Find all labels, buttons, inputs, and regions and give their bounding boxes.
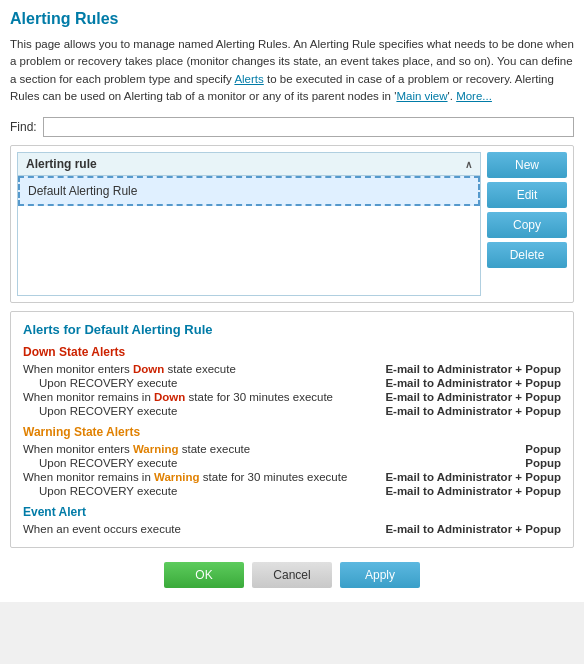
- warning-desc-4: Upon RECOVERY execute: [39, 485, 385, 497]
- delete-button[interactable]: Delete: [487, 242, 567, 268]
- down-desc-2: Upon RECOVERY execute: [39, 377, 385, 389]
- alerts-panel-title: Alerts for Default Alerting Rule: [23, 322, 561, 337]
- warning-action-4: E-mail to Administrator + Popup: [385, 485, 561, 497]
- alerts-link[interactable]: Alerts: [234, 73, 263, 85]
- apply-button[interactable]: Apply: [340, 562, 420, 588]
- description: This page allows you to manage named Ale…: [10, 36, 574, 105]
- down-state-title: Down State Alerts: [23, 345, 561, 359]
- main-view-link[interactable]: Main view: [396, 90, 447, 102]
- table-body: Default Alerting Rule: [17, 176, 481, 296]
- event-alert-title: Event Alert: [23, 505, 561, 519]
- warning-row-3: When monitor remains in Warning state fo…: [23, 471, 561, 483]
- down-row-4: Upon RECOVERY execute E-mail to Administ…: [23, 405, 561, 417]
- bottom-bar: OK Cancel Apply: [10, 556, 574, 592]
- page-container: Alerting Rules This page allows you to m…: [0, 0, 584, 602]
- alerts-panel: Alerts for Default Alerting Rule Down St…: [10, 311, 574, 548]
- down-row-1: When monitor enters Down state execute E…: [23, 363, 561, 375]
- warning-desc-3: When monitor remains in Warning state fo…: [23, 471, 385, 483]
- event-action-1: E-mail to Administrator + Popup: [385, 523, 561, 535]
- ok-button[interactable]: OK: [164, 562, 244, 588]
- table-row[interactable]: Default Alerting Rule: [18, 176, 480, 206]
- warning-action-3: E-mail to Administrator + Popup: [385, 471, 561, 483]
- warning-row-2: Upon RECOVERY execute Popup: [23, 457, 561, 469]
- new-button[interactable]: New: [487, 152, 567, 178]
- find-row: Find:: [10, 117, 574, 137]
- down-action-2: E-mail to Administrator + Popup: [385, 377, 561, 389]
- down-row-3: When monitor remains in Down state for 3…: [23, 391, 561, 403]
- down-desc-4: Upon RECOVERY execute: [39, 405, 385, 417]
- edit-button[interactable]: Edit: [487, 182, 567, 208]
- top-panel: Alerting rule ∧ Default Alerting Rule Ne…: [10, 145, 574, 303]
- desc-text-3: '.: [448, 90, 457, 102]
- more-link[interactable]: More...: [456, 90, 492, 102]
- warning-desc-1: When monitor enters Warning state execut…: [23, 443, 525, 455]
- find-input[interactable]: [43, 117, 574, 137]
- warning-state-title: Warning State Alerts: [23, 425, 561, 439]
- down-desc-3: When monitor remains in Down state for 3…: [23, 391, 385, 403]
- cancel-button[interactable]: Cancel: [252, 562, 332, 588]
- table-section: Alerting rule ∧ Default Alerting Rule: [17, 152, 481, 296]
- down-row-2: Upon RECOVERY execute E-mail to Administ…: [23, 377, 561, 389]
- copy-button[interactable]: Copy: [487, 212, 567, 238]
- down-action-4: E-mail to Administrator + Popup: [385, 405, 561, 417]
- warning-desc-2: Upon RECOVERY execute: [39, 457, 525, 469]
- warning-row-1: When monitor enters Warning state execut…: [23, 443, 561, 455]
- event-desc-1: When an event occurs execute: [23, 523, 385, 535]
- warning-action-1: Popup: [525, 443, 561, 455]
- table-header: Alerting rule ∧: [17, 152, 481, 176]
- down-action-3: E-mail to Administrator + Popup: [385, 391, 561, 403]
- chevron-up-icon: ∧: [465, 159, 472, 170]
- warning-row-4: Upon RECOVERY execute E-mail to Administ…: [23, 485, 561, 497]
- event-row-1: When an event occurs execute E-mail to A…: [23, 523, 561, 535]
- down-desc-1: When monitor enters Down state execute: [23, 363, 385, 375]
- page-title: Alerting Rules: [10, 10, 574, 28]
- table-header-label: Alerting rule: [26, 157, 97, 171]
- find-label: Find:: [10, 120, 37, 134]
- down-action-1: E-mail to Administrator + Popup: [385, 363, 561, 375]
- action-buttons: New Edit Copy Delete: [487, 152, 567, 296]
- warning-action-2: Popup: [525, 457, 561, 469]
